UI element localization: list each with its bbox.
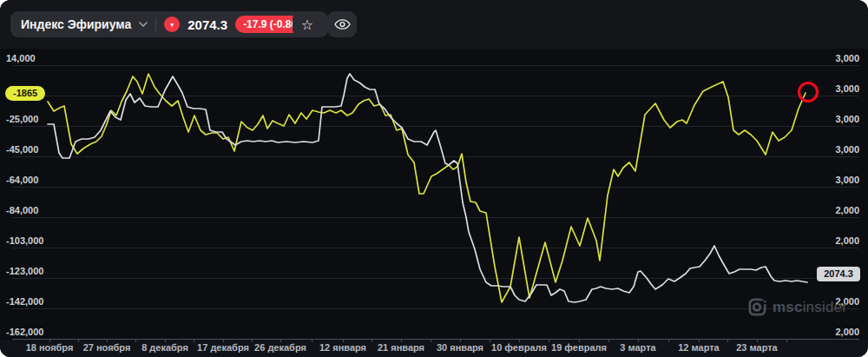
trading-app-window: Индекс Эфириума ▼ 2074.3 -17.9 (-0.86%) … (0, 0, 868, 357)
x-axis-label: 8 декабря (141, 342, 188, 353)
divider (155, 17, 156, 31)
x-axis-label: 26 декабря (254, 342, 306, 353)
left-axis-label: -25,000 (6, 114, 38, 124)
star-icon: ☆ (301, 17, 313, 33)
right-axis-label: 2,000 (835, 327, 859, 337)
right-axis-label: 2,000 (835, 235, 859, 246)
x-axis-label: 18 ноября (26, 342, 74, 353)
last-price: 2074.3 (187, 17, 227, 32)
current-value-badge-right: 2074.3 (817, 267, 860, 281)
favorite-button[interactable]: ☆ (293, 11, 322, 37)
left-axis-label: 14,000 (6, 53, 36, 63)
x-axis-label: 23 марта (736, 342, 778, 353)
x-axis-label: 12 марта (678, 342, 720, 353)
price-chart[interactable]: 14,000-25,000-45,000-64,000-84,000-103,0… (0, 49, 868, 357)
right-axis-label: 3,000 (835, 53, 859, 63)
chart-toolbar: Индекс Эфириума ▼ 2074.3 -17.9 (-0.86%) … (0, 0, 868, 49)
right-axis-label: 3,000 (835, 175, 859, 185)
watermark-text: mscinsider (773, 299, 847, 316)
left-axis-label: -123,000 (6, 266, 43, 276)
mscinsider-logo-icon (747, 297, 767, 317)
watermark: mscinsider (747, 297, 847, 317)
highlight-circle-annotation (799, 83, 818, 102)
current-value-badge-left: -1865 (5, 86, 45, 101)
left-axis-label: -162,000 (6, 327, 43, 337)
left-axis-label: -84,000 (6, 205, 38, 215)
right-axis-label: 3,000 (835, 114, 859, 124)
right-axis-label: 2,000 (835, 205, 859, 215)
x-axis-label: 12 января (319, 342, 366, 353)
x-axis-label: 30 января (437, 342, 483, 353)
left-axis-label: -142,000 (6, 296, 43, 307)
instrument-title: Индекс Эфириума (21, 17, 131, 31)
right-axis-label: 3,000 (835, 144, 859, 155)
left-axis-label: -103,000 (6, 235, 43, 246)
chevron-down-icon (139, 22, 148, 27)
eye-icon (334, 18, 351, 30)
left-axis-label: -64,000 (6, 175, 38, 185)
x-axis-label: 17 декабря (197, 342, 249, 353)
x-axis-label: 21 января (378, 342, 424, 353)
x-axis-label: 10 февраля (491, 342, 547, 353)
watch-button[interactable] (327, 11, 357, 37)
x-axis-label: 27 ноября (83, 342, 131, 353)
price-down-icon: ▼ (164, 17, 180, 32)
x-axis-label: 19 февраля (551, 342, 607, 353)
left-axis-label: -45,000 (6, 144, 38, 155)
right-axis-label: 3,000 (835, 83, 859, 94)
x-axis-label: 3 марта (620, 342, 656, 353)
instrument-selector[interactable]: Индекс Эфириума ▼ 2074.3 -17.9 (-0.86%) (10, 11, 328, 37)
